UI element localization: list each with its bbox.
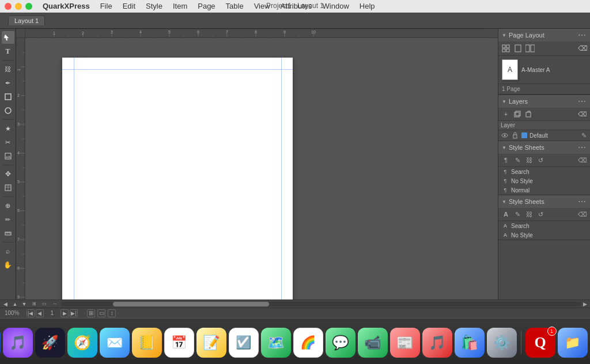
master-thumbnail[interactable]: A [502,59,518,80]
tool-rectangle[interactable] [2,90,14,103]
scroll-icon-1[interactable]: ▲ [12,301,18,308]
tool-star[interactable]: ★ [2,122,14,135]
scroll-icon-3[interactable]: ⊞ [30,301,38,307]
ss1-more[interactable]: ⋯ [577,143,587,152]
dock-calendar[interactable]: 📅 [164,328,194,358]
ss1-refresh-btn[interactable]: ↺ [535,155,546,165]
tool-scissors[interactable]: ✂ [2,136,14,149]
ss2-more[interactable]: ⋯ [577,197,587,206]
menu-item[interactable]: Item [168,0,192,13]
layer-delete-btn[interactable]: ⌫ [577,109,588,119]
tool-oval[interactable] [2,104,14,117]
view-icon-3[interactable]: ↕ [108,309,116,317]
layer-lock-icon[interactable] [511,131,519,139]
dock-downloads[interactable]: 📁 [558,328,588,358]
ss2-search-item[interactable]: A Search [498,221,590,230]
layer-row-default[interactable]: Default ✎ [498,130,590,141]
dock-photos[interactable]: 🌈 [293,328,323,358]
tool-image[interactable] [2,150,14,162]
ss1-normal-item[interactable]: ¶ Normal [498,185,590,195]
dock-appstore[interactable]: 🛍️ [455,328,485,358]
dock-reminders[interactable]: ☑️ [229,328,259,358]
dock-maps[interactable]: 🗺️ [261,328,291,358]
tool-pencil[interactable]: ✏ [2,213,14,226]
pl-grid-btn[interactable] [501,43,511,54]
h-scroll-thumb[interactable] [113,302,269,306]
page-canvas[interactable] [62,58,293,299]
tool-ruler[interactable] [2,227,14,240]
ss1-edit-btn[interactable]: ✎ [512,155,523,165]
ss1-nostyle-item[interactable]: ¶ No Style [498,176,590,185]
layer-edit-icon[interactable]: ✎ [580,131,588,139]
dock-contacts[interactable]: 📒 [132,328,162,358]
view-icon-2[interactable]: ▭ [97,309,105,317]
scroll-left-arrow[interactable]: ◀ [1,300,9,308]
dock-safari[interactable]: 🧭 [67,328,97,358]
tool-move[interactable]: ✥ [2,168,14,180]
tool-selector[interactable] [2,31,14,44]
pl-spread-btn[interactable] [525,43,535,54]
canvas-area[interactable]: 1 2 3 4 5 6 7 8 [16,29,498,299]
layer-move-btn[interactable] [524,109,534,119]
style-sheets-header-1[interactable]: ▼ Style Sheets ⋯ [498,141,590,154]
menu-table[interactable]: Table [221,0,248,13]
ss2-refresh-btn[interactable]: ↺ [535,209,546,219]
menu-file[interactable]: File [96,0,117,13]
ss2-nostyle-item[interactable]: A No Style [498,230,590,240]
scroll-icon-2[interactable]: ▼ [21,301,28,308]
scroll-right-arrow[interactable]: ▶ [581,300,589,308]
layer-eye-icon[interactable] [501,131,509,139]
menu-help[interactable]: Help [355,0,380,13]
style-sheets-header-2[interactable]: ▼ Style Sheets ⋯ [498,195,590,208]
scroll-icon-5[interactable]: ↔ [51,301,59,307]
tool-table[interactable] [2,181,14,194]
layers-header[interactable]: ▼ Layers ⋯ [498,95,590,108]
ss2-edit-btn[interactable]: ✎ [512,209,523,219]
scroll-icon-4[interactable]: ▭ [40,301,48,307]
view-icon-1[interactable]: ⊞ [87,309,95,317]
dock-news[interactable]: 📰 [390,328,420,358]
dock-notes[interactable]: 📝 [196,328,226,358]
tool-text[interactable]: T [2,45,14,58]
pl-page-btn[interactable] [513,43,523,54]
ss2-delete-btn[interactable]: ⌫ [577,209,588,219]
layers-more[interactable]: ⋯ [577,97,587,106]
tool-zoom[interactable]: ⌕ [2,245,14,257]
ss2-link-btn[interactable]: ⛓ [524,209,534,219]
ss1-link-btn[interactable]: ⛓ [524,155,534,165]
dock-siri[interactable]: 🎵 [3,328,33,358]
ss1-delete-btn[interactable]: ⌫ [577,155,588,165]
tool-link[interactable]: ⛓ [2,63,14,75]
tool-hand[interactable]: ✋ [2,259,14,271]
master-item[interactable]: A A-Master A [502,58,587,81]
dock-messages[interactable]: 💬 [326,328,355,358]
page-layout-more[interactable]: ⋯ [577,31,587,40]
layer-add-btn[interactable]: + [501,109,511,119]
menu-quarkxpress[interactable]: QuarkXPress [38,0,94,13]
last-page-btn[interactable]: ▶| [70,309,78,317]
menu-style[interactable]: Style [141,0,167,13]
dock-launchpad[interactable]: 🚀 [35,328,65,358]
minimize-button[interactable] [15,3,22,10]
page-layout-header[interactable]: ▼ Page Layout ⋯ [498,29,590,41]
maximize-button[interactable] [25,3,32,10]
dock-quark[interactable]: Q 1 [525,328,555,358]
menu-page[interactable]: Page [193,0,220,13]
dock-sysprefs[interactable]: ⚙️ [487,328,517,358]
ss1-search-item[interactable]: ¶ Search [498,167,590,176]
menu-edit[interactable]: Edit [118,0,140,13]
layer-copy-btn[interactable] [512,109,523,119]
dock-facetime[interactable]: 📹 [358,328,388,358]
dock-finder[interactable]: 🖥️ [0,328,1,358]
h-scroll-track[interactable] [61,302,581,306]
pl-delete-btn[interactable]: ⌫ [577,43,588,54]
tool-pen[interactable]: ✒ [2,77,14,89]
layout-tab[interactable]: Layout 1 [8,16,45,25]
first-page-btn[interactable]: |◀ [27,309,35,317]
dock-mail[interactable]: ✉️ [100,328,130,358]
dock-music[interactable]: 🎵 [422,328,452,358]
prev-page-btn[interactable]: ◀ [36,309,44,317]
next-page-btn[interactable]: ▶ [60,309,69,317]
close-button[interactable] [5,3,12,10]
tool-eyedrop[interactable]: ⊕ [2,199,14,212]
